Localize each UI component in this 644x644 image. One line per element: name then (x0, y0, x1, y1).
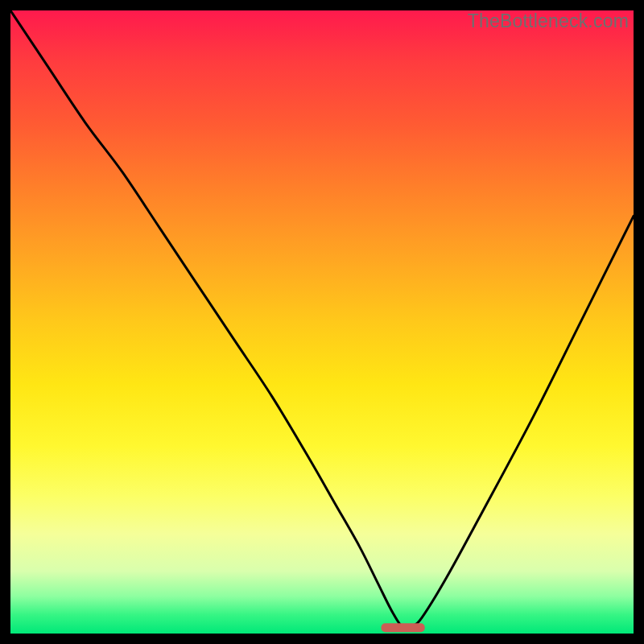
curve-svg (10, 10, 634, 634)
bottleneck-curve-path (10, 10, 634, 627)
plot-area: TheBottleneck.com (10, 10, 634, 634)
optimal-region-marker (382, 623, 425, 632)
chart-frame: TheBottleneck.com (0, 0, 644, 644)
